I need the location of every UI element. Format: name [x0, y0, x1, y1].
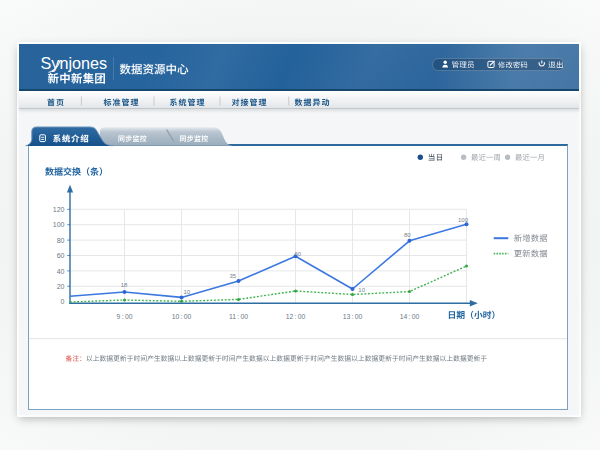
svg-text:35: 35 — [229, 273, 236, 279]
svg-text:10: 10 — [358, 287, 365, 293]
svg-text:14 : 00: 14 : 00 — [400, 313, 420, 320]
svg-text:120: 120 — [53, 206, 65, 213]
svg-text:100: 100 — [458, 217, 469, 223]
svg-text:60: 60 — [295, 251, 302, 257]
svg-text:20: 20 — [57, 283, 65, 290]
svg-text:80: 80 — [57, 237, 65, 244]
svg-text:9 : 00: 9 : 00 — [117, 313, 133, 320]
svg-text:Synjones: Synjones — [41, 54, 108, 72]
svg-text:12 : 00: 12 : 00 — [286, 313, 306, 320]
svg-text:11 : 00: 11 : 00 — [229, 313, 248, 320]
svg-text:0: 0 — [61, 298, 65, 305]
svg-text:10 : 00: 10 : 00 — [172, 313, 192, 320]
svg-text:13 : 00: 13 : 00 — [343, 313, 363, 320]
svg-text:18: 18 — [121, 282, 128, 288]
svg-text:100: 100 — [53, 221, 65, 228]
svg-text:40: 40 — [57, 268, 65, 275]
svg-text:80: 80 — [404, 232, 411, 238]
svg-text:10: 10 — [184, 289, 191, 295]
svg-text:60: 60 — [57, 252, 65, 259]
